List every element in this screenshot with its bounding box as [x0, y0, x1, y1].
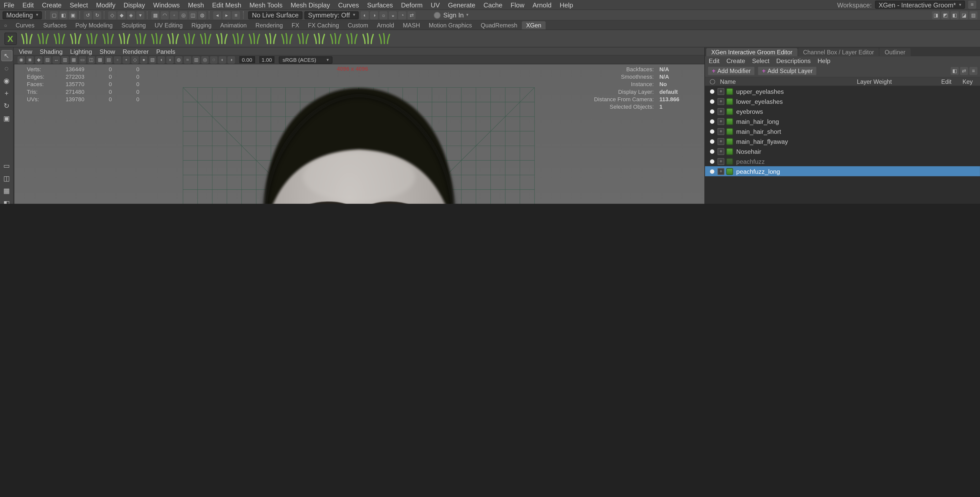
shelf-tab-arnold[interactable]: Arnold — [372, 21, 398, 30]
grab-brush-icon[interactable] — [262, 30, 278, 46]
menu-modify[interactable]: Modify — [96, 1, 115, 8]
image-plane-icon[interactable]: ▨ — [44, 56, 51, 63]
xray-icon[interactable]: ◎ — [201, 56, 208, 63]
paint-effects-icon[interactable]: ◒ — [389, 11, 397, 19]
length-brush-icon[interactable] — [100, 30, 116, 46]
menu-generate[interactable]: Generate — [448, 1, 476, 8]
expand-toggle-icon[interactable]: + — [718, 118, 724, 125]
snap-point-icon[interactable]: ◦ — [170, 11, 178, 19]
shelf-tab-rendering[interactable]: Rendering — [251, 21, 287, 30]
isolate-select-icon[interactable]: ◌ — [210, 56, 217, 63]
shelf-tab-mash[interactable]: MASH — [398, 21, 424, 30]
groom-menu-descriptions[interactable]: Descriptions — [776, 57, 811, 64]
exposure-field[interactable]: 0.00 — [239, 56, 255, 63]
ao-icon[interactable]: ◍ — [175, 56, 183, 63]
menu-mesh-display[interactable]: Mesh Display — [291, 1, 330, 8]
smooth-shade-icon[interactable]: ● — [140, 56, 147, 63]
wireframe-icon[interactable]: ◇ — [131, 56, 139, 63]
shelf-tab-fx-caching[interactable]: FX Caching — [304, 21, 343, 30]
menu-mesh[interactable]: Mesh — [188, 1, 204, 8]
menu-deform[interactable]: Deform — [401, 1, 423, 8]
render-frame-icon[interactable]: ◐ — [361, 11, 369, 19]
layer-row-peachfuzz[interactable]: +peachfuzz — [705, 156, 980, 166]
persp-outliner-layout[interactable]: ◧ — [1, 197, 12, 204]
cache-icon[interactable] — [360, 30, 375, 46]
add-modifier-button[interactable]: +Add Modifier — [708, 66, 755, 76]
2d-pan-zoom-icon[interactable]: ↔ — [52, 56, 60, 63]
shelf-tab-quadremesh[interactable]: QuadRemesh — [476, 21, 522, 30]
menu-surfaces[interactable]: Surfaces — [367, 1, 393, 8]
shelf-tab-curves[interactable]: Curves — [11, 21, 39, 30]
layer-row-eyebrows[interactable]: +eyebrows — [705, 106, 980, 116]
gate-mask-icon[interactable]: ▩ — [96, 56, 103, 63]
field-chart-icon[interactable]: ▤ — [105, 56, 113, 63]
paint-select-tool[interactable]: ◉ — [1, 75, 12, 86]
film-gate-icon[interactable]: ▭ — [79, 56, 86, 63]
safe-title-icon[interactable]: ▪ — [123, 56, 130, 63]
textured-icon[interactable]: ▧ — [149, 56, 156, 63]
two-pane-layout[interactable]: ◫ — [1, 173, 12, 184]
shelf-tab-uv-editing[interactable]: UV Editing — [150, 21, 187, 30]
menu-windows[interactable]: Windows — [153, 1, 180, 8]
visibility-toggle[interactable] — [708, 169, 716, 173]
layer-row-lower-eyelashes[interactable]: +lower_eyelashes — [705, 96, 980, 106]
noise-brush-icon[interactable] — [181, 30, 197, 46]
shelf-tab-motion-graphics[interactable]: Motion Graphics — [424, 21, 476, 30]
gamma-field[interactable]: 1.00 — [259, 56, 275, 63]
shelf-tab-animation[interactable]: Animation — [216, 21, 251, 30]
channel-box-panel-icon[interactable]: ▥ — [969, 11, 977, 19]
undo-icon[interactable]: ↺ — [84, 11, 92, 19]
groom-display-icon[interactable]: ◧ — [951, 67, 959, 75]
freeze-brush-icon[interactable] — [230, 30, 246, 46]
layer-row-upper-eyelashes[interactable]: +upper_eyelashes — [705, 86, 980, 96]
cut-brush-icon[interactable] — [197, 30, 213, 46]
panel-menu-panels[interactable]: Panels — [156, 48, 175, 55]
menu-help[interactable]: Help — [560, 1, 573, 8]
select-tool[interactable]: ↖ — [1, 50, 12, 61]
menu-file[interactable]: File — [4, 1, 14, 8]
menu-flow[interactable]: Flow — [511, 1, 525, 8]
menu-mesh-tools[interactable]: Mesh Tools — [250, 1, 283, 8]
shelf-tab-rigging[interactable]: Rigging — [187, 21, 216, 30]
visibility-toggle[interactable] — [708, 119, 716, 123]
visibility-toggle[interactable] — [708, 139, 716, 143]
new-scene-icon[interactable]: ▢ — [50, 11, 58, 19]
panel-menu-shading[interactable]: Shading — [40, 48, 62, 55]
expand-toggle-icon[interactable]: + — [718, 168, 724, 175]
layer-row-main-hair-short[interactable]: +main_hair_short — [705, 126, 980, 136]
view-transform-selector[interactable]: sRGB (ACES)▾ — [279, 56, 333, 63]
visibility-toggle[interactable] — [708, 99, 716, 103]
shelf-tab-fx[interactable]: FX — [287, 21, 304, 30]
viewport-3d[interactable]: 1122334455667788991010111112345678910123… — [14, 64, 705, 204]
groom-sync-icon[interactable]: ⇄ — [960, 67, 968, 75]
visibility-toggle[interactable] — [708, 109, 716, 113]
layer-row-peachfuzz-long[interactable]: +peachfuzz_long — [705, 166, 980, 176]
select-object-icon[interactable]: ◆ — [118, 11, 126, 19]
select-brush-icon[interactable] — [247, 30, 262, 46]
panel-menu-view[interactable]: View — [19, 48, 32, 55]
part-brush-icon[interactable] — [214, 30, 229, 46]
menu-curves[interactable]: Curves — [338, 1, 359, 8]
menu-create[interactable]: Create — [42, 1, 62, 8]
groom-menu-create[interactable]: Create — [727, 57, 745, 64]
save-scene-icon[interactable]: ▣ — [69, 11, 77, 19]
gamma-icon[interactable]: ◑ — [228, 56, 235, 63]
groom-menu-edit[interactable]: Edit — [709, 57, 719, 64]
width-brush-icon[interactable] — [116, 30, 132, 46]
use-lights-icon[interactable]: ◖ — [158, 56, 165, 63]
multisampling-icon[interactable]: ▥ — [192, 56, 200, 63]
select-camera-icon[interactable]: ◉ — [18, 56, 25, 63]
expand-toggle-icon[interactable]: + — [718, 98, 724, 105]
dock-tab-xgen-interactive-groom-editor[interactable]: XGen Interactive Groom Editor — [706, 48, 797, 56]
comb-brush-icon[interactable] — [149, 30, 164, 46]
tool-settings-panel-icon[interactable]: ◪ — [960, 11, 968, 19]
workspace-options-icon[interactable]: ≡ — [968, 0, 977, 9]
curves-to-guides-icon[interactable] — [344, 30, 360, 46]
shelf-gear-icon[interactable]: ☼ — [2, 22, 9, 29]
panel-menu-lighting[interactable]: Lighting — [70, 48, 92, 55]
panel-menu-renderer[interactable]: Renderer — [123, 48, 149, 55]
snap-view-plane-icon[interactable]: ◫ — [189, 11, 197, 19]
import-preset-icon[interactable] — [51, 30, 67, 46]
expand-toggle-icon[interactable]: + — [718, 88, 724, 95]
menu-cache[interactable]: Cache — [484, 1, 503, 8]
